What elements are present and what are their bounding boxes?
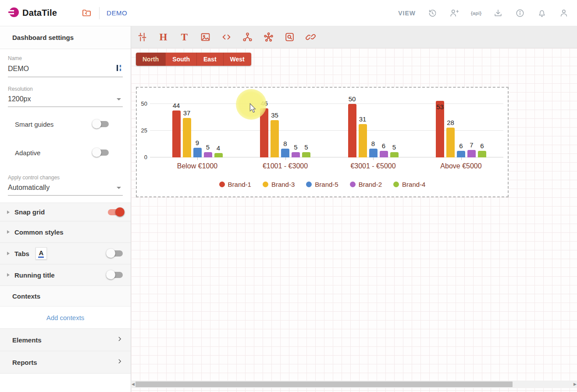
- text-tool-icon[interactable]: T: [178, 31, 190, 43]
- running-title-toggle[interactable]: [107, 270, 124, 280]
- snap-grid-toggle[interactable]: [107, 207, 124, 217]
- top-header: DataTile DEMO VIEW: [0, 0, 577, 26]
- legend-swatch-icon: [393, 182, 399, 187]
- legend-item-brand-2[interactable]: Brand-2: [350, 181, 382, 188]
- canvas-toolbar: H T: [131, 26, 577, 48]
- tab-south[interactable]: South: [166, 53, 197, 66]
- notifications-icon[interactable]: [537, 8, 547, 18]
- chevron-right-icon: [117, 358, 123, 366]
- legend-label: Brand-3: [271, 181, 295, 188]
- expand-arrow-icon[interactable]: [7, 252, 10, 255]
- tabs-label: Tabs: [14, 250, 29, 257]
- sidebar-item-reports[interactable]: Reports: [0, 351, 131, 374]
- cluster-diagram-icon[interactable]: [263, 31, 274, 43]
- dashboard-tabs: North South East West: [136, 53, 251, 66]
- add-contexts-link[interactable]: Add contexts: [46, 314, 85, 321]
- y-axis-tick-label: 25: [137, 127, 147, 134]
- heading-tool-icon[interactable]: H: [157, 31, 169, 43]
- bar-brand-2: [467, 150, 476, 157]
- chevron-down-icon: [117, 187, 121, 189]
- common-styles-section[interactable]: Common styles: [0, 221, 131, 243]
- profile-icon[interactable]: [559, 8, 569, 18]
- scroll-right-icon[interactable]: ▶: [573, 382, 577, 386]
- x-axis-tick: [197, 157, 198, 160]
- expand-arrow-icon[interactable]: [7, 273, 10, 277]
- legend-swatch-icon: [306, 182, 312, 187]
- bar-group: 5031865: [348, 88, 399, 157]
- download-icon[interactable]: [493, 8, 503, 18]
- api-icon[interactable]: {api}: [471, 8, 481, 18]
- tabs-toggle[interactable]: [107, 249, 124, 258]
- elements-label: Elements: [12, 336, 117, 344]
- info-icon[interactable]: [515, 8, 525, 18]
- resolution-select[interactable]: 1200px: [8, 95, 123, 107]
- adaptive-row: Adaptive: [0, 142, 131, 163]
- resolution-field-group: Resolution 1200px: [0, 86, 131, 107]
- widget-settings-icon[interactable]: [136, 31, 148, 43]
- folder-back-icon[interactable]: [82, 8, 92, 18]
- datatile-logo-icon: [8, 7, 19, 20]
- chevron-right-icon: [117, 336, 123, 344]
- bar-value-label: 50: [343, 95, 361, 103]
- name-input[interactable]: DEMO: [8, 64, 123, 77]
- link-tool-icon[interactable]: [305, 31, 317, 43]
- tab-north[interactable]: North: [136, 53, 166, 66]
- smart-guides-toggle[interactable]: [93, 119, 110, 129]
- font-style-icon[interactable]: A: [36, 247, 47, 260]
- tabs-section[interactable]: Tabs A: [0, 242, 131, 264]
- settings-sidebar: Dashboard settings Name DEMO Resolution …: [0, 26, 131, 392]
- view-button[interactable]: VIEW: [398, 10, 416, 17]
- bar-brand-4: [302, 152, 310, 157]
- apply-field-group: Apply control changes Automatically: [0, 175, 131, 196]
- image-tool-icon[interactable]: [199, 31, 211, 43]
- bar-brand-4: [214, 153, 223, 157]
- tab-west[interactable]: West: [224, 53, 251, 66]
- snap-grid-section[interactable]: Snap grid: [0, 203, 131, 221]
- adaptive-toggle[interactable]: [93, 148, 110, 157]
- category-label: Below €1000: [153, 162, 241, 170]
- zoom-widget-icon[interactable]: [284, 31, 296, 43]
- equalizer-icon[interactable]: [116, 64, 123, 73]
- scrollbar-thumb[interactable]: [135, 381, 513, 387]
- header-actions: VIEW {api}: [398, 8, 569, 18]
- x-axis-tick: [373, 157, 374, 160]
- bar-brand-2: [380, 151, 388, 157]
- bar-chart-widget[interactable]: 025504437954Below €10004635855€1001 - €3…: [136, 87, 509, 197]
- bar-value-label: 44: [167, 102, 185, 109]
- legend-item-brand-5[interactable]: Brand-5: [306, 181, 338, 188]
- adaptive-label: Adaptive: [15, 149, 40, 157]
- app-logo[interactable]: DataTile: [8, 7, 57, 20]
- bar-brand-4: [478, 151, 486, 157]
- expand-arrow-icon[interactable]: [7, 210, 10, 214]
- resolution-field-label: Resolution: [8, 86, 123, 92]
- smart-guides-label: Smart guides: [15, 121, 53, 128]
- running-title-section[interactable]: Running title: [0, 264, 131, 286]
- embed-code-icon[interactable]: [221, 31, 232, 43]
- legend-item-brand-1[interactable]: Brand-1: [219, 181, 251, 188]
- horizontal-scrollbar[interactable]: ◀ ▶: [131, 381, 577, 388]
- bar-value-label: 35: [266, 111, 284, 119]
- y-axis-tick-label: 0: [137, 154, 147, 160]
- bar-brand-1: [172, 110, 181, 157]
- tab-east[interactable]: East: [197, 53, 224, 66]
- apply-value: Automatically: [8, 184, 117, 192]
- add-user-icon[interactable]: [449, 8, 459, 18]
- legend-swatch-icon: [219, 182, 225, 187]
- resolution-value: 1200px: [8, 95, 117, 103]
- apply-select[interactable]: Automatically: [8, 184, 123, 196]
- bar-value-label: 4: [210, 144, 227, 152]
- logo-text: DataTile: [22, 8, 57, 18]
- bar-brand-1: [348, 104, 356, 157]
- expand-arrow-icon[interactable]: [7, 230, 10, 234]
- history-icon[interactable]: [427, 8, 438, 18]
- dashboard-canvas[interactable]: North South East West 025504437954Below …: [131, 48, 577, 392]
- bar-value-label: 5: [298, 143, 315, 151]
- project-title[interactable]: DEMO: [107, 9, 127, 17]
- scroll-left-icon[interactable]: ◀: [132, 382, 135, 386]
- legend-item-brand-3[interactable]: Brand-3: [263, 181, 295, 188]
- legend-item-brand-4[interactable]: Brand-4: [393, 181, 425, 188]
- share-nodes-icon[interactable]: [242, 31, 253, 43]
- name-field-group: Name DEMO: [0, 55, 131, 77]
- bar-group: 5328676: [436, 88, 486, 157]
- sidebar-item-elements[interactable]: Elements: [0, 328, 131, 351]
